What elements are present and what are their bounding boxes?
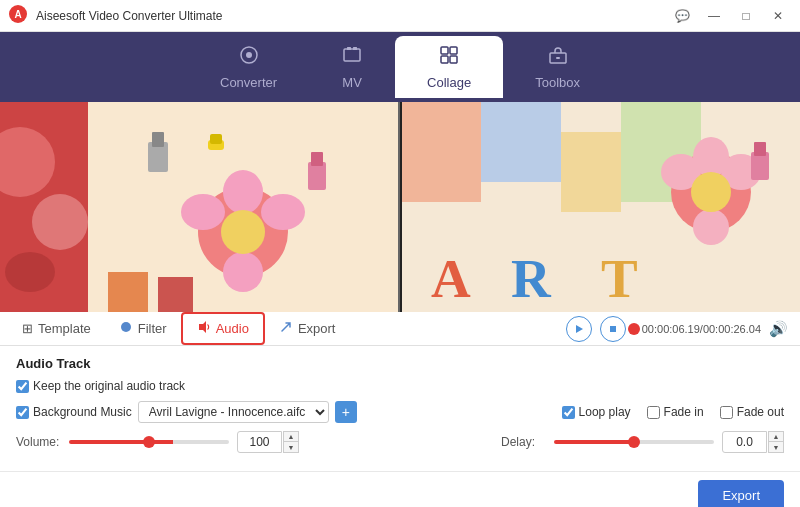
- delay-down-btn[interactable]: ▼: [768, 442, 784, 453]
- minimize-btn[interactable]: —: [700, 5, 728, 27]
- tab-filter-label: Filter: [138, 321, 167, 336]
- fade-out-text: Fade out: [737, 405, 784, 419]
- close-btn[interactable]: ✕: [764, 5, 792, 27]
- svg-rect-8: [450, 47, 457, 54]
- stop-button[interactable]: [600, 316, 626, 342]
- bg-music-group: Background Music Avril Lavigne - Innocen…: [16, 401, 357, 423]
- fade-options-group: Loop play Fade in Fade out: [562, 405, 784, 419]
- svg-rect-4: [344, 49, 360, 61]
- play-button[interactable]: [566, 316, 592, 342]
- collage-panel-1: [0, 102, 88, 312]
- volume-up-btn[interactable]: ▲: [283, 431, 299, 442]
- delay-slider[interactable]: [554, 440, 714, 444]
- delay-up-btn[interactable]: ▲: [768, 431, 784, 442]
- audio-track-title: Audio Track: [16, 356, 784, 371]
- svg-rect-26: [108, 272, 148, 312]
- volume-spinner-arrows: ▲ ▼: [283, 431, 299, 453]
- nav-tab-converter[interactable]: Converter: [188, 36, 309, 98]
- tab-audio[interactable]: Audio: [181, 312, 265, 345]
- svg-text:R: R: [511, 248, 552, 309]
- tab-template[interactable]: ⊞ Template: [8, 315, 105, 342]
- svg-point-16: [5, 252, 55, 292]
- svg-rect-31: [210, 134, 222, 144]
- svg-marker-50: [576, 325, 583, 333]
- bg-music-select[interactable]: Avril Lavigne - Innocence.aifc: [138, 401, 329, 423]
- audio-track-panel: Audio Track Keep the original audio trac…: [0, 346, 800, 471]
- svg-point-48: [121, 322, 131, 332]
- time-display: 00:00:06.19/00:00:26.04: [642, 323, 761, 335]
- svg-point-22: [223, 252, 263, 292]
- delay-label: Delay:: [501, 435, 546, 449]
- loop-play-checkbox[interactable]: [562, 406, 575, 419]
- volume-value-input[interactable]: 100: [237, 431, 282, 453]
- svg-text:T: T: [601, 248, 638, 309]
- svg-point-3: [246, 52, 252, 58]
- keep-original-text: Keep the original audio track: [33, 379, 185, 393]
- svg-rect-7: [441, 47, 448, 54]
- playback-controls: 00:00:06.19/00:00:26.04 🔊: [554, 316, 800, 342]
- add-music-button[interactable]: +: [335, 401, 357, 423]
- nav-tab-collage-label: Collage: [427, 75, 471, 90]
- template-icon: ⊞: [22, 321, 33, 336]
- nav-tab-mv-label: MV: [342, 75, 362, 90]
- export-button[interactable]: Export: [698, 480, 784, 507]
- volume-slider[interactable]: [69, 440, 229, 444]
- svg-point-19: [181, 194, 225, 230]
- loop-play-text: Loop play: [579, 405, 631, 419]
- bg-music-label[interactable]: Background Music: [16, 405, 132, 419]
- fade-out-checkbox[interactable]: [720, 406, 733, 419]
- tab-filter[interactable]: Filter: [105, 314, 181, 343]
- tab-export[interactable]: Export: [265, 314, 350, 343]
- svg-rect-12: [556, 57, 560, 59]
- nav-tab-collage[interactable]: Collage: [395, 36, 503, 98]
- app-title: Aiseesoft Video Converter Ultimate: [36, 9, 668, 23]
- video-preview-area: A R T: [0, 102, 800, 312]
- nav-bar: Converter MV Coll: [0, 32, 800, 102]
- svg-rect-43: [751, 152, 769, 180]
- fade-in-checkbox[interactable]: [647, 406, 660, 419]
- svg-rect-6: [353, 47, 357, 50]
- svg-point-23: [221, 210, 265, 254]
- svg-rect-33: [402, 102, 481, 202]
- svg-rect-34: [481, 102, 561, 182]
- svg-marker-49: [199, 321, 206, 333]
- svg-rect-51: [610, 326, 616, 332]
- volume-down-btn[interactable]: ▼: [283, 442, 299, 453]
- keep-original-label[interactable]: Keep the original audio track: [16, 379, 185, 393]
- chat-btn[interactable]: 💬: [668, 5, 696, 27]
- svg-point-15: [32, 194, 88, 250]
- keep-original-checkbox[interactable]: [16, 380, 29, 393]
- bottom-bar: Export: [0, 471, 800, 507]
- loop-play-label[interactable]: Loop play: [562, 405, 631, 419]
- fade-in-label[interactable]: Fade in: [647, 405, 704, 419]
- svg-point-20: [261, 194, 305, 230]
- svg-point-40: [693, 137, 729, 177]
- nav-tab-toolbox[interactable]: Toolbox: [503, 36, 612, 98]
- tab-playback-bar: ⊞ Template Filter: [0, 312, 800, 346]
- toolbox-icon: [547, 44, 569, 71]
- collage-icon: [438, 44, 460, 71]
- nav-tab-mv[interactable]: MV: [309, 36, 395, 98]
- fade-out-label[interactable]: Fade out: [720, 405, 784, 419]
- bg-music-checkbox[interactable]: [16, 406, 29, 419]
- filter-icon: [119, 320, 133, 337]
- delay-value-input[interactable]: 0.0: [722, 431, 767, 453]
- volume-icon[interactable]: 🔊: [769, 320, 788, 338]
- svg-rect-29: [311, 152, 323, 166]
- title-bar: A Aiseesoft Video Converter Ultimate 💬 —…: [0, 0, 800, 32]
- svg-rect-28: [308, 162, 326, 190]
- svg-rect-44: [754, 142, 766, 156]
- content-tabs: ⊞ Template Filter: [0, 312, 357, 345]
- window-controls: 💬 — □ ✕: [668, 5, 792, 27]
- mv-icon: [341, 44, 363, 71]
- collage-panel-2: [88, 102, 398, 312]
- tab-template-label: Template: [38, 321, 91, 336]
- volume-slider-group: Volume: 100 ▲ ▼: [16, 431, 299, 453]
- svg-rect-35: [561, 132, 621, 212]
- collage-left: [0, 102, 400, 312]
- volume-label: Volume:: [16, 435, 61, 449]
- maximize-btn[interactable]: □: [732, 5, 760, 27]
- svg-rect-9: [441, 56, 448, 63]
- audio-row-3: Volume: 100 ▲ ▼ Delay: 0.0 ▲: [16, 431, 784, 453]
- progress-thumb: [628, 323, 640, 335]
